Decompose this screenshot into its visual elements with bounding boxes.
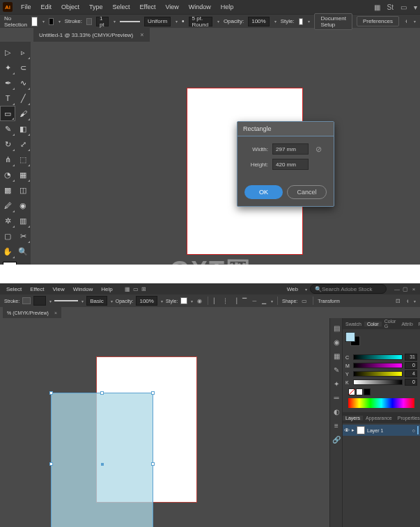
maximize-icon[interactable]: ▢ — [402, 285, 409, 292]
menu-help[interactable]: Help — [98, 285, 116, 293]
mesh-tool[interactable]: ▩ — [0, 182, 15, 198]
style-dd-icon[interactable]: ▾ — [308, 19, 310, 24]
fill-color[interactable] — [345, 332, 355, 342]
arrange-icon[interactable]: ▭ — [132, 286, 140, 292]
color-icon[interactable]: ◉ — [330, 335, 343, 349]
bridge-icon[interactable]: ▦ — [123, 286, 132, 292]
selection-tool[interactable]: ▷ — [0, 45, 15, 60]
color-tab[interactable]: Color — [364, 322, 382, 327]
arrange-icon[interactable]: ▭ — [400, 3, 407, 11]
spectrum-picker[interactable] — [348, 398, 414, 408]
menu-help[interactable]: Help — [217, 2, 238, 12]
menu-view[interactable]: View — [49, 285, 68, 293]
width-tool[interactable]: ⋔ — [0, 152, 15, 167]
width-input[interactable] — [272, 143, 309, 155]
magic-wand-tool[interactable]: ✦ — [0, 60, 15, 75]
colorguide-tab[interactable]: Color G — [382, 319, 399, 329]
brush-value[interactable]: 5 pt. Round — [189, 17, 212, 26]
lasso-tool[interactable]: ⊂ — [15, 60, 31, 75]
align-middle-icon[interactable]: ─ — [251, 298, 258, 304]
selected-rectangle[interactable] — [51, 393, 153, 527]
stroke-profile-preview[interactable] — [54, 300, 78, 301]
resize-handle-tl[interactable] — [49, 391, 53, 395]
shape-icon[interactable]: ▭ — [300, 298, 309, 304]
layer-row[interactable]: 👁 ▸ Layer 1 ○ — [343, 425, 420, 436]
opacity-value[interactable]: 100% — [136, 296, 157, 306]
menu-object[interactable]: Object — [57, 2, 84, 12]
pathfinder-tab[interactable]: Pathfin — [416, 322, 420, 327]
swatches-icon[interactable]: ▦ — [330, 349, 343, 363]
eyedropper-tool[interactable]: 🖉 — [0, 198, 15, 213]
pen-tool[interactable]: ✒ — [0, 75, 15, 91]
gradient-tool[interactable]: ◫ — [15, 182, 31, 198]
brushes-icon[interactable]: ✎ — [330, 363, 343, 377]
menu-select[interactable]: Select — [109, 2, 134, 12]
perspective-grid-tool[interactable]: ▦ — [15, 167, 31, 182]
hand-tool[interactable]: ✋ — [0, 244, 15, 259]
menu-effect[interactable]: Effect — [136, 2, 160, 12]
height-input[interactable] — [272, 159, 309, 170]
menu-window[interactable]: Window — [185, 2, 215, 12]
symbol-sprayer-tool[interactable]: ✲ — [0, 213, 15, 228]
document-tab[interactable]: Untitled-1 @ 33.33% (CMYK/Preview) × — [33, 28, 150, 42]
cyan-value[interactable]: 31 — [405, 354, 417, 361]
black-swatch[interactable] — [364, 388, 371, 395]
isolate-icon[interactable]: ⊡ — [394, 298, 402, 304]
direct-selection-tool[interactable]: ▹ — [15, 45, 31, 60]
ok-button[interactable]: OK — [244, 185, 283, 199]
align-bottom-icon[interactable]: ▁ — [260, 298, 267, 304]
symbols-icon[interactable]: ✦ — [330, 377, 343, 391]
stock-icon[interactable]: St — [387, 3, 394, 11]
white-swatch[interactable] — [356, 388, 363, 395]
libraries-icon[interactable]: ▤ — [330, 321, 343, 335]
align-right-icon[interactable]: ▕ — [231, 298, 238, 304]
align-left-icon[interactable]: ▏ — [212, 298, 219, 304]
menu-file[interactable]: File — [17, 2, 36, 12]
grid-icon[interactable]: ⊞ — [140, 286, 148, 292]
fill-dd-icon[interactable]: ▾ — [42, 19, 45, 24]
style-swatch[interactable] — [180, 297, 187, 304]
menu-effect[interactable]: Effect — [26, 285, 47, 293]
layers-tab[interactable]: Layers — [343, 416, 363, 420]
resize-handle-tm[interactable] — [100, 391, 104, 395]
slice-tool[interactable]: ✂ — [15, 228, 31, 244]
magenta-value[interactable]: 0 — [405, 362, 417, 369]
stroke-dd-icon[interactable]: ▾ — [59, 19, 61, 24]
opacity-value[interactable]: 100% — [248, 17, 269, 26]
resize-handle-ml[interactable] — [49, 462, 53, 466]
scale-tool[interactable]: ⤢ — [15, 136, 31, 152]
style-swatch[interactable] — [299, 18, 304, 25]
dropdown-icon[interactable]: ▾ — [414, 3, 417, 11]
links-icon[interactable]: 🔗 — [330, 432, 343, 446]
appearance-tab[interactable]: Appearance — [363, 416, 395, 420]
fill-stroke-control[interactable] — [345, 332, 361, 346]
attributes-tab[interactable]: Attrib — [398, 322, 415, 327]
menu-type[interactable]: Type — [85, 2, 107, 12]
layer-name[interactable]: Layer 1 — [367, 428, 383, 433]
close-tab-icon[interactable]: × — [140, 31, 143, 38]
none-swatch[interactable] — [348, 388, 355, 395]
stroke-weight-dd-icon[interactable]: ▾ — [114, 19, 116, 24]
menu-view[interactable]: View — [161, 2, 182, 12]
rotate-tool[interactable]: ↻ — [0, 136, 15, 152]
stroke-weight-value[interactable] — [33, 296, 46, 306]
document-setup-button[interactable]: Document Setup — [314, 13, 352, 30]
opacity-dd-icon[interactable]: ▾ — [274, 19, 277, 24]
fill-color[interactable] — [3, 262, 17, 265]
cyan-slider[interactable] — [353, 354, 403, 360]
stroke-weight-control[interactable] — [22, 297, 31, 304]
visibility-icon[interactable]: 👁 — [344, 427, 350, 434]
workspace-switcher[interactable]: Web — [283, 285, 302, 293]
profile-dd-icon[interactable]: ▾ — [176, 19, 178, 24]
menu-select[interactable]: Select — [3, 285, 25, 293]
canvas[interactable] — [0, 318, 329, 527]
stroke-weight-value[interactable]: 1 pt — [96, 17, 109, 26]
search-input[interactable]: 🔍 Search Adobe Stock — [310, 284, 387, 294]
rectangle-tool[interactable]: ▭ — [0, 106, 15, 121]
type-tool[interactable]: T — [0, 91, 15, 106]
blend-tool[interactable]: ◉ — [15, 198, 31, 213]
shape-builder-tool[interactable]: ◔ — [0, 167, 15, 182]
align-top-icon[interactable]: ▔ — [241, 298, 248, 304]
stroke-swatch[interactable] — [49, 18, 54, 25]
zoom-tool[interactable]: 🔍 — [15, 244, 31, 259]
